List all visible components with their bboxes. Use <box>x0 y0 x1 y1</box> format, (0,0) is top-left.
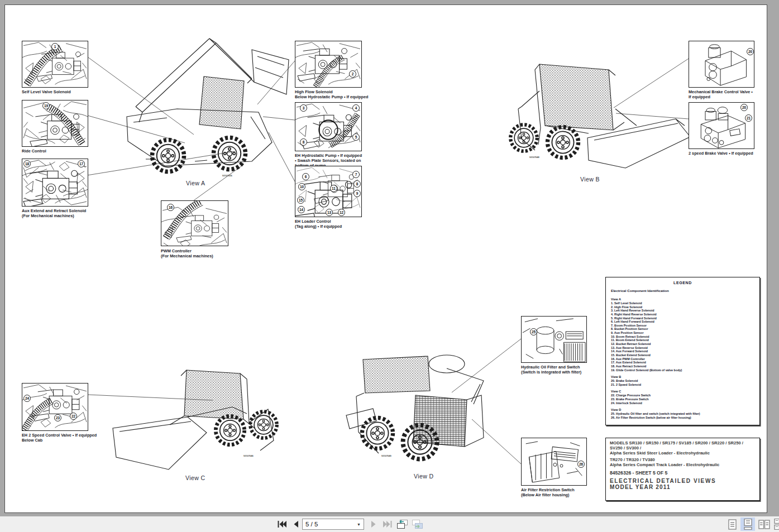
legend-item: 7. Boom Position Sensor <box>611 324 754 328</box>
legend-item: 4. Right Hand Reverse Solenoid <box>611 313 754 317</box>
callout-badge: 6 <box>302 173 309 180</box>
callout-badge: 26 <box>577 461 585 468</box>
detail-box-eh-loader-control: 6 7 8 9 10 11 15 14 13 12 <box>295 166 362 217</box>
continuous-scroll-icon <box>744 519 752 530</box>
detail-box-pwm-controller: 16 <box>161 200 228 246</box>
callout-badge: 4 <box>352 104 360 112</box>
callout-badge: 14 <box>298 206 305 213</box>
sheet-number: 84526326 - SHEET 5 OF 5 <box>610 470 756 476</box>
detail-box-self-level-valve: 1 <box>22 41 88 88</box>
view-d-figure-code: 93107049 <box>381 454 391 457</box>
previous-view-button[interactable] <box>396 518 408 530</box>
models-line: MODELS SR130 / SR150 / SR175 / SV185 / S… <box>610 441 756 451</box>
chevron-down-icon: ▼ <box>357 523 361 526</box>
previous-page-button[interactable] <box>290 518 302 530</box>
detail-box-hydraulic-oil-filter: 25 <box>521 316 587 363</box>
callout-badge: 24 <box>23 395 31 402</box>
legend-item: 5. Right Hand Forward Solenoid <box>611 317 754 320</box>
callout-caption: High Flow Solenoid Below Hydrostatic Pum… <box>295 90 368 100</box>
callout-caption: EH Loader Control (Tag along) • If equip… <box>295 219 342 229</box>
document-page: View A View B View C View D 93107006 931… <box>4 4 767 513</box>
legend-item: 1. Self Level Solenoid <box>611 301 754 305</box>
view-b-figure-code: 93107048 <box>529 156 539 159</box>
legend-item: 9. Aux Position Sensor <box>611 331 754 335</box>
legend-item: 22. Charge Pressure Switch <box>611 394 754 397</box>
pdf-viewer-window: { "drawing": { "views": [ {"label": "Vie… <box>0 0 779 532</box>
next-view-icon <box>411 519 423 529</box>
detail-box-two-speed-brake-valve: 20 21 <box>689 102 754 149</box>
callout-caption: Self Level Valve Solenoid <box>22 90 71 95</box>
page-layout-switcher <box>724 516 779 532</box>
callout-badge: 11 <box>330 185 337 192</box>
detail-box-eh-hydrostatic-pump: 3 4 5 8 <box>295 102 362 151</box>
callout-badge: 22 <box>70 413 77 420</box>
detail-box-aux-extend-retract: 18 17 <box>22 159 88 207</box>
view-a-label: View A <box>186 180 205 186</box>
page-number-combobox[interactable]: 5 / 5 ▼ <box>302 519 364 530</box>
models-line: Alpha Series Compact Track Loader - Elec… <box>610 463 756 468</box>
callout-badge: 25 <box>530 328 537 336</box>
legend-item: 8. Bucket Position Sensor <box>611 327 754 331</box>
legend-item: 12. Bucket Retract Solenoid <box>611 342 754 346</box>
legend-item: 3. Left Hand Reverse Solenoid <box>611 309 754 313</box>
legend-item: 24. Interlock Solenoid <box>611 401 754 405</box>
detail-box-high-flow: 2 <box>295 41 362 88</box>
next-page-icon <box>371 521 376 528</box>
legend-item: 23. Brake Pressure Switch <box>611 397 754 401</box>
machine-view-c-illustration <box>103 362 283 474</box>
layout-facing-button[interactable] <box>757 517 771 531</box>
callout-badge: 23 <box>54 414 61 421</box>
callout-badge: 18 <box>23 160 31 167</box>
first-page-button[interactable] <box>276 518 288 530</box>
legend-section-view-a: View A 1. Self Level Solenoid2. High Flo… <box>611 298 754 372</box>
first-page-icon <box>278 521 286 528</box>
next-page-button[interactable] <box>367 518 380 530</box>
page-indicator: 5 / 5 <box>305 521 318 528</box>
callout-badge: 12 <box>338 209 345 216</box>
callout-caption: Ride Control <box>22 149 46 154</box>
drawing-title: ELECTRICAL DETAILED VIEWS <box>610 478 756 484</box>
legend-title: LEGEND <box>611 281 754 285</box>
callout-badge: 8 <box>353 180 361 188</box>
callout-badge: 3 <box>300 104 307 112</box>
callout-badge: 16 <box>167 204 174 211</box>
legend-subtitle: Electrical Component Identification <box>611 289 754 293</box>
layout-continuous-facing-button[interactable] <box>772 517 779 531</box>
callout-badge: 15 <box>297 196 304 204</box>
legend-item: 6. Left Hand Forward Solenoid <box>611 320 754 324</box>
next-view-button[interactable] <box>411 518 423 530</box>
callout-badge: 10 <box>298 183 305 190</box>
callout-caption: Hydraulic Oil Filter and Switch (Switch … <box>521 365 581 375</box>
continuous-facing-icon <box>774 519 779 530</box>
legend-section-view-b: View B 20. Brake Solenoid21. 2 Speed Sol… <box>611 375 754 386</box>
legend-item: 15. Bucket Extend Solenoid <box>611 353 754 357</box>
layout-continuous-button[interactable] <box>740 517 755 531</box>
last-page-button[interactable] <box>381 518 394 530</box>
detail-box-mechanical-brake-valve: 20 <box>689 41 754 88</box>
view-b-label: View B <box>580 176 600 183</box>
callout-caption: PWM Controller (For Mechanical machines) <box>161 249 213 259</box>
legend-item: 25. Hydraulic Oil filter and switch (swi… <box>611 412 754 416</box>
callout-caption: EH 2 Speed Control Valve • If equipped B… <box>22 433 97 443</box>
callout-badge: 21 <box>745 114 752 122</box>
title-block: MODELS SR130 / SR150 / SR175 / SV185 / S… <box>605 438 760 501</box>
legend-item: 20. Brake Solenoid <box>611 379 754 383</box>
model-year: MODEL YEAR 2011 <box>610 484 756 490</box>
callout-caption: Mechanical Brake Control Valve • If equi… <box>689 90 753 100</box>
models-line: Alpha Series Skid Steer Loader - Electro… <box>610 451 756 456</box>
previous-page-icon <box>293 521 299 528</box>
legend-section-view-d: View D 25. Hydraulic Oil filter and swit… <box>611 408 754 419</box>
legend-item: 11. Boom Extend Solenoid <box>611 338 754 342</box>
previous-view-icon <box>396 519 408 529</box>
detail-box-eh-2-speed-valve: 24 23 22 <box>22 383 88 431</box>
single-page-icon <box>728 519 737 530</box>
legend-item: 10. Boom Retract Solenoid <box>611 335 754 339</box>
legend-section-view-c: View C 22. Charge Pressure Switch23. Bra… <box>611 390 754 405</box>
layout-single-page-button[interactable] <box>725 517 739 531</box>
facing-pages-icon <box>758 520 770 529</box>
view-a-figure-code: 93107006 <box>222 174 232 177</box>
detail-box-air-filter-switch: 26 <box>521 438 587 486</box>
legend-item: 18. Aux Retract Solenoid <box>611 365 754 368</box>
last-page-icon <box>383 521 392 528</box>
detail-box-ride-control: 19 <box>22 100 88 147</box>
